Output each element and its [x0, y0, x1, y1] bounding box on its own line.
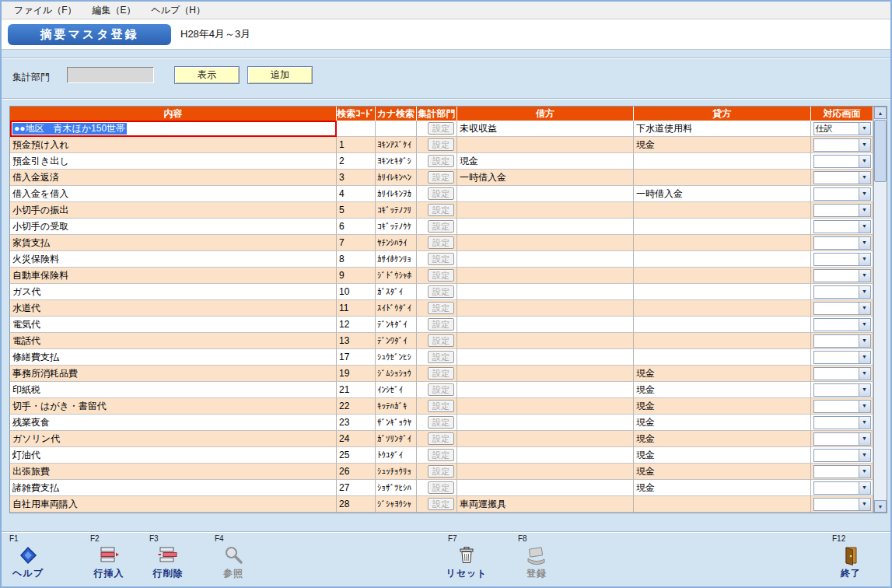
- show-button[interactable]: 表示: [174, 66, 240, 84]
- chevron-down-icon[interactable]: ▼: [859, 401, 870, 412]
- cell-credit[interactable]: [634, 170, 811, 186]
- cell-credit[interactable]: 現金: [634, 366, 811, 382]
- cell-kana[interactable]: ｼｮｻﾞﾂﾋｼﾊ: [376, 480, 417, 496]
- cell-content[interactable]: 灯油代: [10, 447, 337, 464]
- cell-search-code[interactable]: 8: [337, 251, 376, 268]
- cell-kana[interactable]: ﾖｷﾝｱｽﾞｹｲ: [376, 137, 417, 153]
- cell-kana[interactable]: ｶﾞｿﾘﾝﾀﾞｲ: [376, 431, 417, 447]
- screen-select[interactable]: ▼: [813, 253, 871, 266]
- screen-select[interactable]: ▼: [813, 383, 871, 397]
- screen-select[interactable]: ▼: [813, 285, 871, 299]
- cell-search-code[interactable]: 7: [337, 235, 376, 251]
- fn-f3-button[interactable]: F3行削除: [143, 534, 193, 580]
- cell-search-code[interactable]: 24: [337, 431, 376, 447]
- chevron-down-icon[interactable]: ▼: [859, 303, 870, 314]
- fn-f2-button[interactable]: F2行挿入: [84, 534, 134, 580]
- cell-kana[interactable]: ﾄｳﾕﾀﾞｲ: [376, 447, 417, 464]
- cell-credit[interactable]: [634, 349, 811, 366]
- cell-credit[interactable]: [634, 251, 811, 268]
- menu-item-3[interactable]: ヘルプ（H）: [143, 2, 213, 19]
- screen-select[interactable]: ▼: [813, 269, 871, 282]
- cell-search-code[interactable]: 28: [337, 496, 376, 513]
- dept-setting-button[interactable]: 設定: [428, 465, 454, 478]
- dept-setting-button[interactable]: 設定: [428, 302, 454, 314]
- dept-setting-button[interactable]: 設定: [428, 236, 454, 249]
- cell-content[interactable]: 自動車保険料: [10, 268, 337, 284]
- chevron-down-icon[interactable]: ▼: [859, 482, 870, 494]
- cell-content[interactable]: ●●地区 青木ほか150世帯: [10, 121, 337, 137]
- cell-kana[interactable]: ｻﾞﾝｷﾞｮｳﾔ: [376, 415, 417, 431]
- cell-kana[interactable]: ｼｭｯﾁｮｳﾘｮ: [376, 464, 417, 480]
- cell-debit[interactable]: [457, 398, 634, 415]
- screen-select[interactable]: ▼: [813, 351, 871, 364]
- cell-content[interactable]: ガソリン代: [10, 431, 337, 447]
- cell-debit[interactable]: [457, 464, 634, 480]
- cell-credit[interactable]: [634, 317, 811, 333]
- fn-f7-button[interactable]: F7リセット: [442, 534, 491, 580]
- cell-content[interactable]: 自社用車両購入: [10, 496, 337, 513]
- dept-setting-button[interactable]: 設定: [428, 269, 454, 282]
- cell-search-code[interactable]: 22: [337, 398, 376, 415]
- cell-kana[interactable]: ｼｭｳｾﾞﾝﾋｼ: [376, 349, 417, 366]
- menu-item-1[interactable]: ファイル（F）: [6, 2, 84, 19]
- cell-content[interactable]: 残業夜食: [10, 415, 337, 431]
- cell-search-code[interactable]: 12: [337, 317, 376, 333]
- cell-content[interactable]: 切手・はがき・書留代: [10, 398, 337, 415]
- cell-content[interactable]: 水道代: [10, 300, 337, 317]
- dept-setting-button[interactable]: 設定: [428, 122, 454, 135]
- screen-select[interactable]: ▼: [813, 236, 871, 250]
- fn-f12-button[interactable]: F12終了: [826, 534, 876, 580]
- cell-search-code[interactable]: 19: [337, 366, 376, 382]
- cell-credit[interactable]: [634, 219, 811, 235]
- dept-setting-button[interactable]: 設定: [428, 220, 454, 233]
- cell-kana[interactable]: ｶﾘｲﾚｷﾝﾍﾝ: [376, 170, 417, 186]
- screen-select[interactable]: ▼: [813, 171, 871, 184]
- cell-search-code[interactable]: 27: [337, 480, 376, 496]
- screen-select[interactable]: ▼: [813, 204, 871, 217]
- dept-setting-button[interactable]: 設定: [428, 204, 454, 216]
- cell-content[interactable]: 修繕費支払: [10, 349, 337, 366]
- cell-kana[interactable]: ｷｯﾃﾊｶﾞｷ: [376, 398, 417, 415]
- chevron-down-icon[interactable]: ▼: [859, 368, 870, 380]
- cell-content[interactable]: 電気代: [10, 317, 337, 333]
- dept-setting-button[interactable]: 設定: [428, 171, 454, 184]
- cell-debit[interactable]: [457, 366, 634, 382]
- cell-debit[interactable]: [457, 219, 634, 235]
- cell-debit[interactable]: [457, 415, 634, 431]
- cell-debit[interactable]: [457, 202, 634, 219]
- dept-setting-button[interactable]: 設定: [428, 187, 454, 200]
- dept-setting-button[interactable]: 設定: [428, 138, 454, 151]
- chevron-down-icon[interactable]: ▼: [859, 384, 870, 396]
- scroll-up-icon[interactable]: ▲: [874, 107, 887, 119]
- dept-setting-button[interactable]: 設定: [428, 432, 454, 445]
- dept-setting-button[interactable]: 設定: [428, 155, 454, 167]
- cell-content[interactable]: 借入金を借入: [10, 186, 337, 202]
- cell-credit[interactable]: [634, 235, 811, 251]
- dept-setting-button[interactable]: 設定: [428, 383, 454, 396]
- cell-search-code[interactable]: 5: [337, 202, 376, 219]
- cell-search-code[interactable]: [337, 121, 376, 137]
- cell-debit[interactable]: [457, 268, 634, 284]
- cell-credit[interactable]: 現金: [634, 398, 811, 415]
- cell-content[interactable]: 事務所消耗品費: [10, 366, 337, 382]
- cell-kana[interactable]: ｲﾝｼｾﾞｲ: [376, 382, 417, 398]
- cell-content[interactable]: 借入金返済: [10, 170, 337, 186]
- cell-debit[interactable]: [457, 186, 634, 202]
- dept-input[interactable]: [67, 67, 154, 83]
- dept-setting-button[interactable]: 設定: [428, 416, 454, 429]
- screen-select[interactable]: ▼: [813, 465, 871, 478]
- cell-credit[interactable]: [634, 496, 811, 513]
- cell-search-code[interactable]: 26: [337, 464, 376, 480]
- cell-credit[interactable]: [634, 300, 811, 317]
- dept-setting-button[interactable]: 設定: [428, 481, 454, 494]
- dept-setting-button[interactable]: 設定: [428, 351, 454, 363]
- screen-select[interactable]: ▼: [813, 302, 871, 315]
- cell-debit[interactable]: 車両運搬具: [457, 496, 634, 513]
- cell-kana[interactable]: ﾃﾞﾝｷﾀﾞｲ: [376, 317, 417, 333]
- cell-credit[interactable]: [634, 268, 811, 284]
- screen-select[interactable]: ▼: [813, 481, 871, 495]
- chevron-down-icon[interactable]: ▼: [859, 499, 870, 510]
- cell-credit[interactable]: 現金: [634, 415, 811, 431]
- cell-debit[interactable]: [457, 382, 634, 398]
- cell-debit[interactable]: 一時借入金: [457, 170, 634, 186]
